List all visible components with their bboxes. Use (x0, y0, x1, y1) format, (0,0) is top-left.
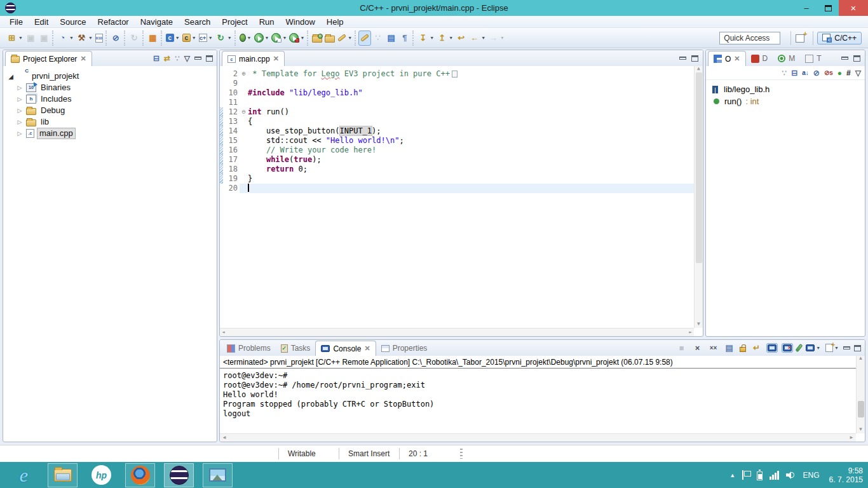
dropdown-arrow-icon[interactable]: ▼ (265, 36, 269, 40)
menu-run[interactable]: Run (254, 16, 280, 28)
minimize-view-icon[interactable] (194, 57, 201, 60)
tab-console[interactable]: Console✕ (315, 341, 376, 356)
maximize-view-icon[interactable] (691, 55, 698, 62)
console-vertical-scrollbar[interactable]: ▲ ▼ (856, 356, 865, 433)
dropdown-arrow-icon[interactable]: ▼ (816, 346, 820, 350)
menu-edit[interactable]: Edit (29, 16, 54, 28)
menu-source[interactable]: Source (54, 16, 92, 28)
dropdown-arrow-icon[interactable]: ▼ (500, 36, 505, 40)
show-hidden-icons-icon[interactable]: ▲ (729, 472, 735, 478)
dropdown-arrow-icon[interactable]: ▼ (481, 36, 485, 40)
collapse-all-button[interactable]: ⊟ (153, 54, 159, 63)
hide-fields-button[interactable]: ⊘ (813, 69, 820, 78)
network-signal-icon[interactable] (770, 471, 779, 480)
mark-occurrences-button[interactable] (358, 30, 371, 46)
dropdown-arrow-icon[interactable]: ▼ (300, 36, 304, 40)
expand-arrow-icon[interactable]: ▷ (16, 130, 24, 137)
menu-file[interactable]: File (4, 16, 29, 28)
open-console-button[interactable]: ▼ (825, 343, 839, 353)
dropdown-arrow-icon[interactable]: ▼ (208, 36, 213, 40)
tab-main-cpp[interactable]: c main.cpp ✕ (222, 51, 285, 66)
show-on-stderr-button[interactable] (782, 343, 793, 353)
scroll-up-icon[interactable]: ▲ (697, 66, 700, 71)
volume-icon[interactable] (786, 471, 796, 480)
outline-dots-button[interactable]: ∵ (782, 69, 787, 78)
search-button[interactable]: ▼ (336, 30, 353, 46)
scroll-up-icon[interactable]: ▲ (858, 356, 864, 361)
code-line-12[interactable]: 12⊖int run() (220, 107, 694, 117)
scroll-right-icon[interactable]: ► (689, 330, 692, 335)
remove-launch-button[interactable] (691, 342, 703, 354)
code-text[interactable] (248, 79, 694, 88)
tab-memory[interactable]: M (773, 51, 800, 66)
outline-item-lib-lego_lib-h[interactable]: lib/lego_lib.h (712, 83, 865, 95)
new-wizard-button[interactable]: ▼ (5, 30, 24, 46)
code-text[interactable] (248, 98, 694, 107)
new-cpp-class-button[interactable]: c+▼ (198, 30, 214, 46)
scroll-left-icon[interactable]: ◄ (222, 435, 227, 440)
restore-button[interactable] (817, 0, 839, 16)
hide-inactive-button[interactable]: # (846, 69, 851, 78)
expand-arrow-icon[interactable]: ▷ (16, 96, 24, 102)
code-line-18[interactable]: 18 return 0; (220, 165, 694, 174)
tab-problems[interactable]: Problems (222, 341, 276, 356)
dropdown-arrow-icon[interactable]: ▼ (834, 346, 839, 350)
dropdown-arrow-icon[interactable]: ▼ (282, 36, 287, 40)
line-number[interactable]: 12 (223, 107, 240, 117)
menu-window[interactable]: Window (280, 16, 321, 28)
run-history-button[interactable]: ▼ (270, 30, 288, 46)
folded-text-box[interactable] (452, 71, 458, 78)
tab-templates[interactable]: T (800, 51, 826, 66)
tree-item-prvni_projekt[interactable]: ◢prvni_projekt (7, 71, 217, 82)
code-text[interactable]: } (248, 174, 694, 184)
collapse-arrow-icon[interactable]: ◢ (7, 73, 15, 80)
code-text[interactable]: { (248, 117, 694, 126)
expand-arrow-icon[interactable]: ▷ (16, 119, 24, 125)
menu-navigate[interactable]: Navigate (135, 16, 179, 28)
tab-project-explorer[interactable]: Project Explorer ✕ (5, 51, 92, 66)
dropdown-arrow-icon[interactable]: ▼ (449, 36, 453, 40)
code-line-10[interactable]: 10#include "lib/lego_lib.h" (220, 88, 694, 98)
minimize-view-icon[interactable] (841, 57, 848, 60)
maximize-view-icon[interactable] (854, 345, 861, 351)
build-grid-button[interactable] (146, 30, 159, 46)
clear-console-button[interactable] (723, 342, 735, 354)
menu-project[interactable]: Project (216, 16, 253, 28)
scrollbar-thumb[interactable] (858, 401, 864, 417)
code-text[interactable]: #include "lib/lego_lib.h" (248, 88, 694, 98)
taskbar-photo-viewer[interactable] (203, 463, 233, 487)
view-menu-button[interactable]: ▽ (184, 54, 190, 63)
open-element-button[interactable] (311, 30, 323, 46)
dropdown-arrow-icon[interactable]: ▼ (247, 36, 252, 40)
terminate-button[interactable] (675, 342, 688, 354)
close-icon[interactable]: ✕ (364, 344, 370, 353)
language-indicator[interactable]: ENG (803, 471, 820, 480)
remove-all-launches-button[interactable] (707, 342, 719, 354)
close-icon[interactable]: ✕ (80, 55, 86, 63)
expand-arrow-icon[interactable]: ▷ (16, 85, 24, 91)
save-all-button[interactable] (37, 30, 51, 46)
back-button[interactable]: ▼ (468, 30, 487, 46)
fold-marker[interactable]: ⊕ (240, 69, 248, 79)
code-line-16[interactable]: 16 // Write your code here! (220, 146, 694, 155)
line-number[interactable]: 11 (223, 98, 240, 107)
menu-search[interactable]: Search (179, 16, 216, 28)
word-wrap-button[interactable] (750, 342, 763, 354)
dropdown-arrow-icon[interactable]: ▼ (348, 36, 352, 40)
tab-outline[interactable]: O✕ (708, 51, 746, 66)
taskbar-internet-explorer[interactable]: e (9, 463, 39, 487)
action-center-flag-icon[interactable] (742, 470, 750, 480)
line-number[interactable]: 9 (223, 79, 240, 88)
view-menu-dots-button[interactable]: ∵ (175, 54, 180, 63)
tree-item-main-cpp[interactable]: ▷.cmain.cpp (7, 128, 217, 139)
tree-item-debug[interactable]: ▷Debug (7, 105, 217, 116)
close-icon[interactable]: ✕ (273, 55, 279, 63)
line-number[interactable]: 16 (223, 146, 240, 155)
new-c-file-button[interactable]: c▼ (165, 30, 181, 46)
maximize-view-icon[interactable] (206, 55, 213, 62)
taskbar-hp-app[interactable]: hp (86, 463, 116, 487)
new-c-project-button[interactable]: c▼ (181, 30, 198, 46)
tree-item-binaries[interactable]: ▷10Binaries (7, 82, 217, 93)
show-selected-element-button[interactable] (384, 30, 398, 46)
code-text[interactable]: int run() (248, 107, 694, 117)
